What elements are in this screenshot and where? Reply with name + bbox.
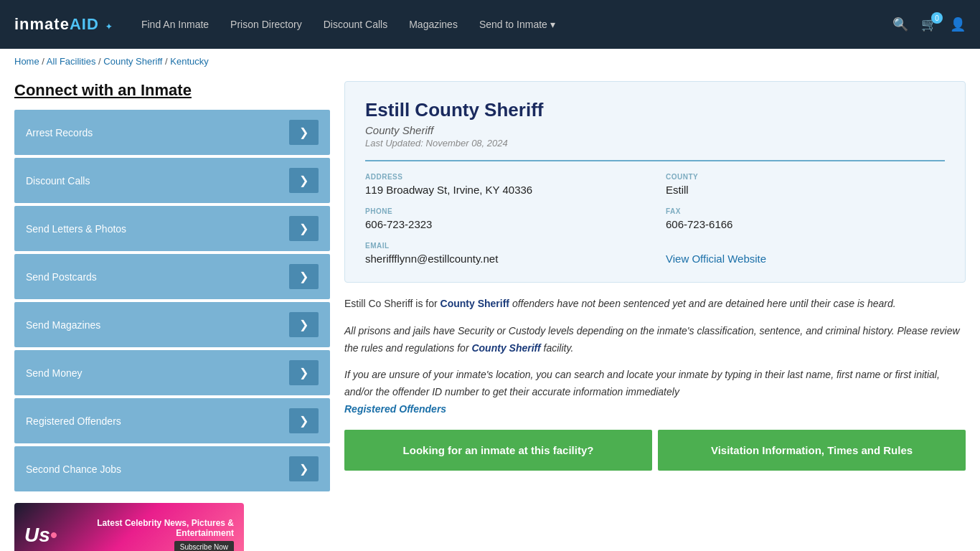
- logo-text: inmateAID ✦: [14, 15, 113, 34]
- desc-p1-prefix: Estill Co Sheriff is for: [344, 298, 440, 309]
- email-block: EMAIL sheriffflynn@estillcounty.net: [365, 242, 644, 265]
- sidebar-item-send-postcards[interactable]: Send Postcards ❯: [14, 254, 330, 299]
- phone-label: PHONE: [365, 207, 644, 215]
- user-icon[interactable]: 👤: [950, 17, 966, 32]
- desc-p2-text: All prisons and jails have Security or C…: [344, 325, 960, 354]
- ad-logo-area: Us•: [24, 524, 57, 547]
- desc-p2-bold: County Sheriff: [471, 342, 540, 354]
- facility-type: County Sheriff: [365, 124, 945, 136]
- arrow-icon: ❯: [289, 120, 319, 145]
- nav-prison-directory[interactable]: Prison Directory: [230, 19, 302, 30]
- content-area: Estill County Sheriff County Sheriff Las…: [344, 81, 966, 551]
- facility-info-grid: ADDRESS 119 Broadway St, Irvine, KY 4033…: [365, 160, 945, 265]
- sidebar-label-discount-calls: Discount Calls: [26, 175, 90, 187]
- cart-badge: 0: [931, 12, 943, 24]
- sidebar-item-registered-offenders[interactable]: Registered Offenders ❯: [14, 398, 330, 443]
- nav-discount-calls[interactable]: Discount Calls: [324, 19, 387, 30]
- fax-block: FAX 606-723-6166: [666, 207, 945, 230]
- sidebar-label-second-chance-jobs: Second Chance Jobs: [26, 463, 121, 475]
- fax-label: FAX: [666, 207, 945, 215]
- sidebar-label-send-money: Send Money: [26, 367, 83, 379]
- ad-content: Latest Celebrity News, Pictures & Entert…: [57, 518, 234, 552]
- website-spacer: [666, 242, 945, 250]
- visitation-info-button[interactable]: Visitation Information, Times and Rules: [658, 430, 966, 471]
- county-block: COUNTY Estill: [666, 173, 945, 196]
- nav-magazines[interactable]: Magazines: [409, 19, 458, 30]
- sidebar: Connect with an Inmate Arrest Records ❯ …: [14, 81, 330, 551]
- arrow-icon: ❯: [289, 408, 319, 433]
- phone-value: 606-723-2323: [365, 218, 644, 230]
- facility-description: Estill Co Sheriff is for County Sheriff …: [344, 296, 966, 418]
- address-value: 119 Broadway St, Irvine, KY 40336: [365, 184, 644, 196]
- arrow-icon: ❯: [289, 456, 319, 481]
- address-block: ADDRESS 119 Broadway St, Irvine, KY 4033…: [365, 173, 644, 196]
- ad-tagline: Latest Celebrity News, Pictures & Entert…: [57, 518, 234, 538]
- breadcrumb-state[interactable]: Kentucky: [170, 56, 208, 67]
- desc-p2-suffix: facility.: [541, 342, 574, 354]
- desc-p3-text: If you are unsure of your inmate's locat…: [344, 369, 940, 397]
- county-label: COUNTY: [666, 173, 945, 181]
- email-label: EMAIL: [365, 242, 644, 250]
- sidebar-menu: Arrest Records ❯ Discount Calls ❯ Send L…: [14, 110, 330, 491]
- search-icon[interactable]: 🔍: [892, 17, 908, 32]
- nav-links: Find An Inmate Prison Directory Discount…: [141, 19, 892, 30]
- arrow-icon: ❯: [289, 168, 319, 193]
- breadcrumb-county-sheriff[interactable]: County Sheriff: [103, 56, 162, 67]
- looking-for-inmate-button[interactable]: Looking for an inmate at this facility?: [344, 430, 652, 471]
- arrow-icon: ❯: [289, 264, 319, 289]
- arrow-icon: ❯: [289, 216, 319, 241]
- action-buttons: Looking for an inmate at this facility? …: [344, 430, 966, 471]
- nav-find-inmate[interactable]: Find An Inmate: [141, 19, 209, 30]
- sidebar-item-send-letters[interactable]: Send Letters & Photos ❯: [14, 206, 330, 251]
- arrow-icon: ❯: [289, 360, 319, 385]
- sidebar-label-registered-offenders: Registered Offenders: [26, 415, 121, 427]
- address-label: ADDRESS: [365, 173, 644, 181]
- cart-icon-wrapper[interactable]: 🛒 0: [921, 17, 937, 32]
- desc-p1-suffix: offenders have not been sentenced yet an…: [509, 298, 896, 309]
- facility-updated: Last Updated: November 08, 2024: [365, 138, 945, 149]
- navbar: inmateAID ✦ Find An Inmate Prison Direct…: [0, 0, 980, 49]
- facility-card: Estill County Sheriff County Sheriff Las…: [344, 81, 966, 283]
- nav-send-to-inmate[interactable]: Send to Inmate ▾: [479, 19, 555, 30]
- sidebar-label-send-letters: Send Letters & Photos: [26, 223, 126, 235]
- facility-name: Estill County Sheriff: [365, 99, 945, 121]
- view-official-website-link[interactable]: View Official Website: [666, 253, 766, 265]
- nav-right: 🔍 🛒 0 👤: [892, 17, 966, 32]
- desc-paragraph-1: Estill Co Sheriff is for County Sheriff …: [344, 296, 966, 313]
- sidebar-label-send-magazines: Send Magazines: [26, 319, 100, 331]
- main-layout: Connect with an Inmate Arrest Records ❯ …: [0, 74, 980, 551]
- breadcrumb-home[interactable]: Home: [14, 56, 39, 67]
- sidebar-label-send-postcards: Send Postcards: [26, 271, 97, 283]
- breadcrumb-all-facilities[interactable]: All Facilities: [47, 56, 96, 67]
- phone-block: PHONE 606-723-2323: [365, 207, 644, 230]
- county-value: Estill: [666, 184, 945, 196]
- sidebar-label-arrest-records: Arrest Records: [26, 127, 93, 138]
- sidebar-item-discount-calls[interactable]: Discount Calls ❯: [14, 158, 330, 203]
- registered-offenders-link[interactable]: Registered Offenders: [344, 403, 446, 415]
- sidebar-item-send-magazines[interactable]: Send Magazines ❯: [14, 302, 330, 347]
- breadcrumb: Home / All Facilities / County Sheriff /…: [0, 49, 980, 74]
- desc-p1-bold: County Sheriff: [440, 298, 509, 309]
- site-logo[interactable]: inmateAID ✦: [14, 15, 113, 34]
- sidebar-item-arrest-records[interactable]: Arrest Records ❯: [14, 110, 330, 155]
- email-value: sheriffflynn@estillcounty.net: [365, 253, 644, 265]
- sidebar-item-send-money[interactable]: Send Money ❯: [14, 350, 330, 395]
- desc-paragraph-2: All prisons and jails have Security or C…: [344, 323, 966, 357]
- ad-cta[interactable]: Subscribe Now: [174, 541, 234, 552]
- sidebar-title: Connect with an Inmate: [14, 81, 330, 100]
- advertisement[interactable]: Us• Latest Celebrity News, Pictures & En…: [14, 503, 244, 551]
- sidebar-item-second-chance-jobs[interactable]: Second Chance Jobs ❯: [14, 446, 330, 491]
- desc-paragraph-3: If you are unsure of your inmate's locat…: [344, 367, 966, 418]
- fax-value: 606-723-6166: [666, 218, 945, 230]
- arrow-icon: ❯: [289, 312, 319, 337]
- ad-logo: Us•: [24, 524, 57, 547]
- website-block: View Official Website: [666, 242, 945, 265]
